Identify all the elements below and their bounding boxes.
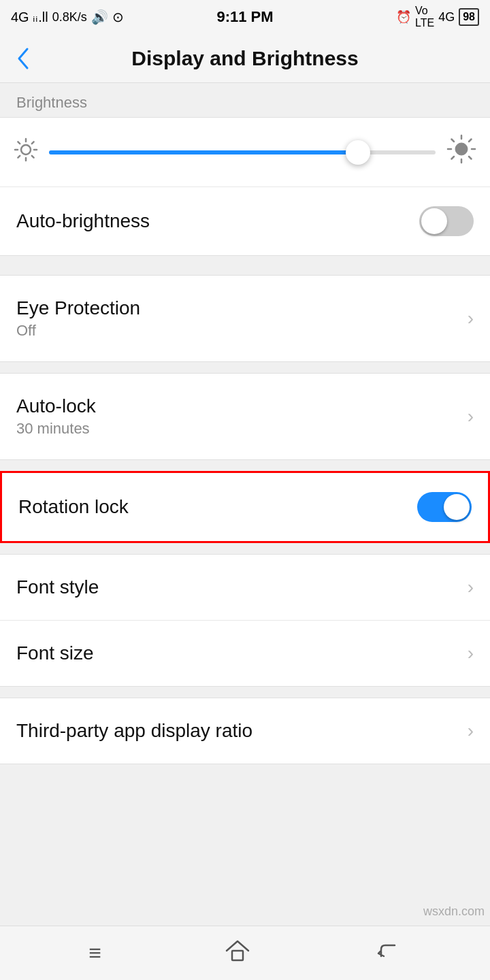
status-time: 9:11 PM: [216, 8, 273, 26]
chevron-right-icon: ›: [468, 576, 474, 598]
gap-1: [0, 264, 490, 275]
svg-point-9: [455, 143, 468, 155]
svg-line-7: [32, 142, 34, 144]
third-party-row[interactable]: Third-party app display ratio ›: [0, 698, 490, 764]
status-right: ⏰ VoLTE 4G 98: [396, 5, 479, 29]
sun-small-icon: [14, 137, 38, 167]
brightness-card: Auto-brightness: [0, 117, 490, 256]
brightness-label: Brightness: [0, 83, 490, 117]
page-header: Display and Brightness: [0, 34, 490, 83]
chevron-right-icon: ›: [468, 406, 474, 427]
svg-line-17: [452, 157, 455, 159]
rotation-lock-label: Rotation lock: [18, 496, 129, 518]
auto-brightness-row: Auto-brightness: [0, 187, 490, 255]
chevron-right-icon: ›: [468, 720, 474, 742]
slider-track: [49, 150, 436, 154]
font-size-row[interactable]: Font size ›: [0, 621, 490, 687]
speed-text: 0.8K/s: [52, 10, 87, 24]
status-left: 4G ᵢᵢ.ll 0.8K/s 🔊 ⊙: [11, 9, 124, 25]
rotation-lock-toggle-knob: [444, 494, 470, 520]
page-title: Display and Brightness: [131, 47, 358, 70]
audio-icon: 🔊: [91, 9, 108, 25]
chevron-right-icon: ›: [468, 642, 474, 664]
gap-3: [0, 460, 490, 471]
menu-icon[interactable]: ≡: [88, 941, 101, 966]
settings-content: Brightness: [0, 83, 490, 926]
gap-5: [0, 687, 490, 698]
home-icon[interactable]: [224, 938, 251, 968]
svg-line-8: [18, 156, 20, 158]
third-party-label: Third-party app display ratio: [16, 720, 252, 742]
rotation-lock-toggle[interactable]: [417, 492, 472, 522]
auto-brightness-label: Auto-brightness: [16, 210, 150, 232]
chevron-right-icon: ›: [468, 308, 474, 329]
svg-line-14: [452, 140, 455, 142]
font-style-label: Font style: [16, 576, 99, 598]
auto-lock-subtitle: 30 minutes: [16, 420, 96, 438]
eye-protection-row[interactable]: Eye Protection Off ›: [0, 275, 490, 362]
font-size-label: Font size: [16, 642, 94, 664]
eye-protection-title: Eye Protection: [16, 297, 140, 319]
svg-line-5: [18, 142, 20, 144]
svg-point-0: [21, 145, 31, 154]
back-button[interactable]: [14, 44, 33, 74]
brightness-slider[interactable]: [49, 150, 436, 155]
sun-large-icon: [446, 134, 476, 170]
signal-text: 4G ᵢᵢ.ll: [11, 9, 48, 25]
auto-lock-title: Auto-lock: [16, 395, 96, 417]
volte-icon: VoLTE: [415, 5, 434, 29]
slider-fill: [49, 150, 358, 154]
bottom-navigation: ≡: [0, 926, 490, 980]
slider-thumb[interactable]: [346, 140, 370, 165]
eye-protection-content: Eye Protection Off: [16, 297, 140, 340]
vpn-icon: ⊙: [112, 9, 124, 25]
4g-icon: 4G: [438, 10, 455, 24]
svg-line-16: [469, 140, 472, 142]
svg-line-15: [469, 157, 472, 159]
font-style-row[interactable]: Font style ›: [0, 554, 490, 621]
gap-2: [0, 362, 490, 373]
auto-lock-content: Auto-lock 30 minutes: [16, 395, 96, 438]
brightness-slider-row: [0, 118, 490, 187]
eye-protection-subtitle: Off: [16, 322, 140, 340]
status-bar: 4G ᵢᵢ.ll 0.8K/s 🔊 ⊙ 9:11 PM ⏰ VoLTE 4G 9…: [0, 0, 490, 34]
alarm-icon: ⏰: [396, 10, 411, 24]
auto-brightness-toggle[interactable]: [419, 206, 474, 236]
watermark: wsxdn.com: [423, 904, 485, 919]
toggle-knob: [421, 208, 447, 234]
rotation-lock-row: Rotation lock: [0, 471, 490, 543]
svg-rect-18: [232, 951, 243, 960]
battery-indicator: 98: [459, 8, 479, 26]
auto-lock-row[interactable]: Auto-lock 30 minutes ›: [0, 373, 490, 460]
back-icon[interactable]: [374, 938, 402, 968]
svg-line-6: [32, 156, 34, 158]
gap-4: [0, 543, 490, 554]
brightness-section: Brightness: [0, 83, 490, 256]
